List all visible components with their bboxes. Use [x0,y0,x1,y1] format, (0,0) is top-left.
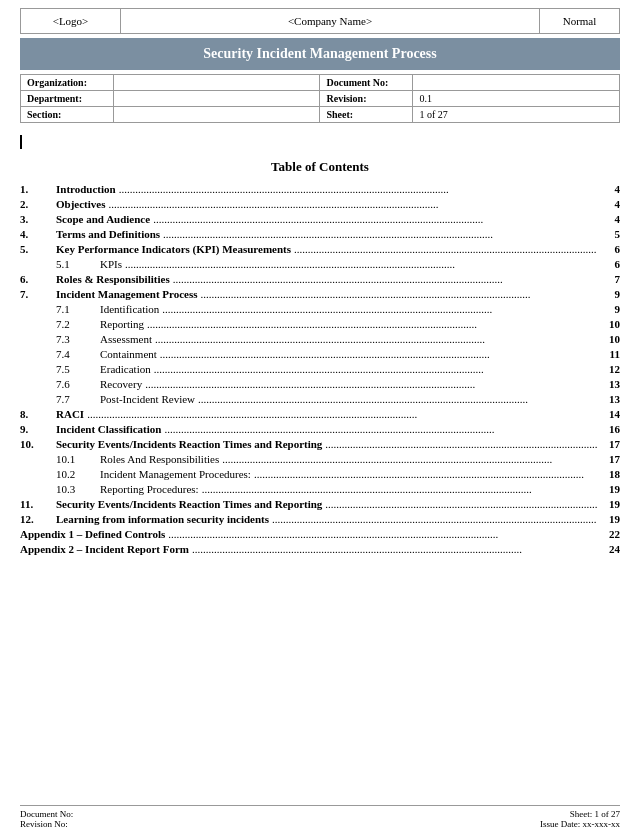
toc-item-page: 19 [600,483,620,495]
section-value [113,107,320,123]
toc-item-num: 7.6 [20,378,100,390]
toc-title: Table of Contents [20,159,620,175]
toc-item-num: 12. [20,513,56,525]
revision-label: Revision: [320,91,413,107]
toc-item-page: 22 [600,528,620,540]
toc-item-label: Scope and Audience [56,213,150,225]
toc-item-page: 4 [600,198,620,210]
toc-item-label: Introduction [56,183,116,195]
toc-item-page: 14 [600,408,620,420]
dept-value [113,91,320,107]
toc-item-dots: ........................................… [202,483,597,495]
toc-item: 12.Learning from information security in… [20,513,620,525]
cursor-indicator [20,135,620,149]
toc-item-page: 9 [600,303,620,315]
toc-item-num: 5.1 [20,258,100,270]
toc-item-num: 10.2 [20,468,100,480]
toc-item: 7.1Identification.......................… [20,303,620,315]
toc-item-page: 18 [600,468,620,480]
toc-item: 3.Scope and Audience....................… [20,213,620,225]
toc-item-label: Roles And Responsibilities [100,453,219,465]
toc-item-dots: ........................................… [325,438,597,450]
toc-item-page: 4 [600,213,620,225]
toc-item: Appendix 1 – Defined Controls...........… [20,528,620,540]
toc-item-num: 3. [20,213,56,225]
toc-item: 10.1Roles And Responsibilities..........… [20,453,620,465]
toc-item-page: 19 [600,513,620,525]
toc-item-num: 7.4 [20,348,100,360]
toc-item-label: Recovery [100,378,142,390]
toc-item-dots: ........................................… [119,183,597,195]
org-label: Organization: [21,75,114,91]
toc-item-label: Reporting Procedures: [100,483,199,495]
footer-right: Sheet: 1 of 27 Issue Date: xx-xxx-xx [540,809,620,829]
toc-item-dots: ........................................… [155,333,597,345]
docno-value [413,75,620,91]
toc-item: 1.Introduction..........................… [20,183,620,195]
toc-item-num: 8. [20,408,56,420]
toc-item-dots: ........................................… [222,453,597,465]
toc-item-label: Incident Management Procedures: [100,468,251,480]
toc-item-page: 17 [600,438,620,450]
toc-item: 5.Key Performance Indicators (KPI) Measu… [20,243,620,255]
toc-item-dots: ........................................… [108,198,597,210]
toc-item-label: Eradication [100,363,151,375]
toc-item-dots: ........................................… [198,393,597,405]
toc-item-page: 11 [600,348,620,360]
toc-item-page: 6 [600,258,620,270]
section-label: Section: [21,107,114,123]
toc-item-num: 7.2 [20,318,100,330]
toc-item: 11.Security Events/Incidents Reaction Ti… [20,498,620,510]
toc-item-num: 7.5 [20,363,100,375]
toc-item-num: 6. [20,273,56,285]
toc-item-dots: ........................................… [147,318,597,330]
footer-docno-label: Document No: [20,809,73,819]
toc-item-dots: ........................................… [160,348,597,360]
content-area: Table of Contents 1.Introduction........… [20,135,620,797]
status-cell: Normal [539,9,619,33]
toc-item-num: 5. [20,243,56,255]
toc-item-num: 7.1 [20,303,100,315]
revision-value: 0.1 [413,91,620,107]
toc-item-page: 9 [600,288,620,300]
toc-item-dots: ........................................… [201,288,597,300]
toc-item-page: 13 [600,393,620,405]
toc-item-page: 12 [600,363,620,375]
toc-item-label: Learning from information security incid… [56,513,269,525]
toc-item-num: 10.3 [20,483,100,495]
toc-container: 1.Introduction..........................… [20,183,620,555]
toc-item-page: 13 [600,378,620,390]
toc-item-page: 4 [600,183,620,195]
toc-item-dots: ........................................… [163,228,597,240]
toc-item-dots: ........................................… [294,243,597,255]
toc-item-label: Assessment [100,333,152,345]
dept-label: Department: [21,91,114,107]
toc-item-page: 10 [600,333,620,345]
toc-item-label: Post-Incident Review [100,393,195,405]
footer-left: Document No: Revision No: [20,809,73,829]
footer-revision-label: Revision No: [20,819,73,829]
toc-item-label: KPIs [100,258,122,270]
toc-item: 4.Terms and Definitions.................… [20,228,620,240]
toc-item-label: Identification [100,303,159,315]
toc-item-dots: ........................................… [168,528,597,540]
toc-item-dots: ........................................… [162,303,597,315]
toc-item-label: Terms and Definitions [56,228,160,240]
toc-item-label: Roles & Responsibilities [56,273,170,285]
toc-item-num: 10.1 [20,453,100,465]
toc-item-label: Containment [100,348,157,360]
toc-item-page: 6 [600,243,620,255]
toc-item-page: 5 [600,228,620,240]
toc-item-num: 7. [20,288,56,300]
toc-item-num: 7.3 [20,333,100,345]
toc-item-dots: ........................................… [153,213,597,225]
toc-item: 9.Incident Classification...............… [20,423,620,435]
toc-item-num: 4. [20,228,56,240]
toc-item: 7.7Post-Incident Review.................… [20,393,620,405]
toc-item-dots: ........................................… [173,273,597,285]
toc-item: 7.3Assessment...........................… [20,333,620,345]
toc-item-num: 2. [20,198,56,210]
footer-issue: Issue Date: xx-xxx-xx [540,819,620,829]
toc-item: 7.Incident Management Process...........… [20,288,620,300]
toc-item-dots: ........................................… [325,498,597,510]
